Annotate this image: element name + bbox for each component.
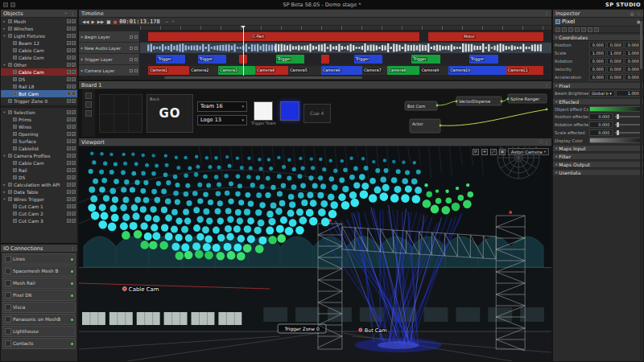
tree-item[interactable]: Cut Cam 2✓✓ xyxy=(1,210,77,217)
inspector-section-maps-output[interactable]: ▾Maps Output xyxy=(553,161,643,168)
tool-icon[interactable] xyxy=(85,101,92,108)
tree-item[interactable]: ▸Winches✓✓ xyxy=(1,25,77,32)
panel-menu-icon[interactable]: ⋮ xyxy=(71,11,76,16)
tree-item[interactable]: Cablelist✓✓ xyxy=(1,145,77,152)
number-field[interactable]: 0.000 xyxy=(589,121,613,128)
visibility-checkbox[interactable]: ✓ xyxy=(67,110,71,114)
playhead[interactable] xyxy=(243,26,244,76)
record-button[interactable]: ● xyxy=(113,19,117,24)
timeline-panel-header[interactable]: Timeline ⋮ xyxy=(79,10,551,18)
tool-icon[interactable] xyxy=(555,27,560,32)
node-graph[interactable]: Bot CamVectorDisperseSpline RangerActor xyxy=(403,92,548,135)
number-field[interactable]: 0.000 xyxy=(625,74,642,80)
number-field[interactable]: 0.000 xyxy=(589,74,606,80)
frame-icon[interactable]: ⤢ xyxy=(490,149,497,155)
lock-checkbox[interactable]: ✓ xyxy=(72,183,76,187)
board-panel-header[interactable]: Board 1 ⋮ xyxy=(79,81,551,89)
lock-checkbox[interactable]: ✓ xyxy=(72,146,76,150)
visibility-checkbox[interactable]: ✓ xyxy=(67,34,71,38)
visibility-checkbox[interactable]: ✓ xyxy=(67,204,71,208)
timeline-clip[interactable] xyxy=(321,55,329,64)
visibility-checkbox[interactable]: ✓ xyxy=(67,154,71,158)
tree-item[interactable]: Surface✓✓ xyxy=(1,138,77,145)
scrollbar-thumb[interactable] xyxy=(640,21,642,69)
visibility-checkbox[interactable]: ✓ xyxy=(67,77,71,81)
lock-checkbox[interactable]: ✓ xyxy=(72,204,76,208)
lock-checkbox[interactable]: ✓ xyxy=(72,139,76,143)
timeline-clip[interactable]: Camera8 xyxy=(387,66,420,75)
camera-selector[interactable]: Aston Camera ▾ xyxy=(508,148,549,155)
number-field[interactable]: 0.000 xyxy=(607,74,624,80)
timeline-clip[interactable]: Camera4 xyxy=(255,66,288,75)
track-lane[interactable]: Camera1Camera2Camera3Camera4Camera5Camer… xyxy=(140,65,551,76)
mute-toggle[interactable] xyxy=(130,58,133,61)
visibility-checkbox[interactable]: ✓ xyxy=(67,168,71,172)
io-connection-item[interactable]: Spacemesh Mesh B xyxy=(2,265,76,277)
cue-grid[interactable] xyxy=(99,94,142,133)
lock-toggle[interactable] xyxy=(134,58,138,61)
tool-icon[interactable] xyxy=(575,27,580,32)
layout-icon[interactable] xyxy=(10,2,15,7)
viewport-3d-scene[interactable]: Cable CamTrigger Zone 0Bot Cam ⟳ ✛ ⤢ ▦ A… xyxy=(79,146,551,361)
visibility-checkbox[interactable]: ✓ xyxy=(67,132,71,136)
tree-item[interactable]: ▸Mesh✓✓ xyxy=(1,18,77,25)
timeline-clip[interactable]: Trigger xyxy=(156,55,185,64)
add-object-icon[interactable]: ＋ xyxy=(64,10,68,16)
logo-dropdown[interactable]: Logo 13 ▾ xyxy=(197,115,247,125)
inspector-section-coordinates[interactable]: ▾Coordinates xyxy=(553,34,643,41)
number-field[interactable]: 0.000 xyxy=(589,66,606,72)
tree-item[interactable]: Cable Cam✓✓ xyxy=(1,159,77,167)
color-swatch[interactable] xyxy=(589,106,642,112)
lock-checkbox[interactable]: ✓ xyxy=(72,197,76,201)
lock-toggle[interactable] xyxy=(134,69,138,72)
inspector-section-pixel[interactable]: ▾Pixel xyxy=(553,82,643,89)
panel-menu-icon[interactable]: ⋮ xyxy=(637,11,642,16)
visibility-checkbox[interactable]: ✓ xyxy=(67,117,71,121)
lock-checkbox[interactable]: ✓ xyxy=(72,99,76,103)
tree-item[interactable]: Rail✓✓ xyxy=(1,167,77,174)
lock-checkbox[interactable]: ✓ xyxy=(72,84,76,88)
visibility-checkbox[interactable]: ✓ xyxy=(67,139,71,143)
orbit-icon[interactable]: ⟳ xyxy=(473,149,479,155)
timeline-clip[interactable]: Camera2 xyxy=(189,66,218,75)
visibility-checkbox[interactable]: ✓ xyxy=(67,56,71,60)
io-connection-item[interactable]: Pixel D6 xyxy=(2,290,76,301)
tool-icon[interactable] xyxy=(581,27,586,32)
slider[interactable] xyxy=(615,116,641,117)
number-field[interactable]: 0.000 xyxy=(607,58,624,64)
track-header[interactable]: ◆New Audio Layer xyxy=(79,43,140,53)
pin-icon[interactable]: ◎ xyxy=(630,11,634,16)
timeline-clip[interactable]: Trigger xyxy=(411,55,440,64)
visibility-checkbox[interactable]: ✓ xyxy=(67,48,71,52)
tree-item[interactable]: Trigger Zone 0✓✓ xyxy=(1,97,77,105)
team-dropdown[interactable]: Team 16 ▾ xyxy=(197,101,247,112)
lock-checkbox[interactable]: ✓ xyxy=(72,48,76,52)
forward-button[interactable]: ▶▶ xyxy=(97,19,104,24)
tool-icon[interactable] xyxy=(85,93,92,99)
track-header[interactable]: ◆Camera Layer xyxy=(79,65,140,76)
timeline-clip[interactable]: Motor xyxy=(428,32,543,41)
zoom-in-icon[interactable]: ＋ xyxy=(171,19,175,24)
visibility-checkbox[interactable]: ✓ xyxy=(67,99,71,103)
zoom-out-icon[interactable]: − xyxy=(165,19,169,24)
number-field[interactable]: 1.000 xyxy=(616,90,642,97)
inspector-section-filter[interactable]: ▾Filter xyxy=(553,153,643,160)
mute-toggle[interactable] xyxy=(130,35,133,39)
tree-item[interactable]: ▾Camera Profiles✓✓ xyxy=(1,152,77,159)
panel-menu-icon[interactable]: ⋮ xyxy=(71,246,76,251)
timeline-ruler[interactable] xyxy=(140,26,551,31)
number-field[interactable]: 0.000 xyxy=(607,66,624,72)
track-lane[interactable]: TriggerTriggerTriggerTriggerTriggerTrigg… xyxy=(140,54,551,64)
tree-item[interactable]: ▾Light Fixtures✓✓ xyxy=(1,32,77,39)
timeline-clip[interactable]: Camera1 xyxy=(148,66,189,75)
tree-item[interactable]: Cable Cam✓✓ xyxy=(1,47,77,54)
lock-checkbox[interactable]: ✓ xyxy=(72,161,76,165)
visibility-checkbox[interactable]: ✓ xyxy=(67,183,71,187)
lock-checkbox[interactable]: ✓ xyxy=(72,154,76,158)
tree-item[interactable]: DS✓✓ xyxy=(1,174,77,181)
visibility-checkbox[interactable]: ✓ xyxy=(67,92,71,96)
back-button[interactable]: Back xyxy=(150,97,159,101)
stop-button[interactable]: ■ xyxy=(106,19,110,24)
play-button[interactable]: ▶ xyxy=(91,19,94,24)
timeline-clip[interactable]: Camera5 xyxy=(288,66,321,75)
